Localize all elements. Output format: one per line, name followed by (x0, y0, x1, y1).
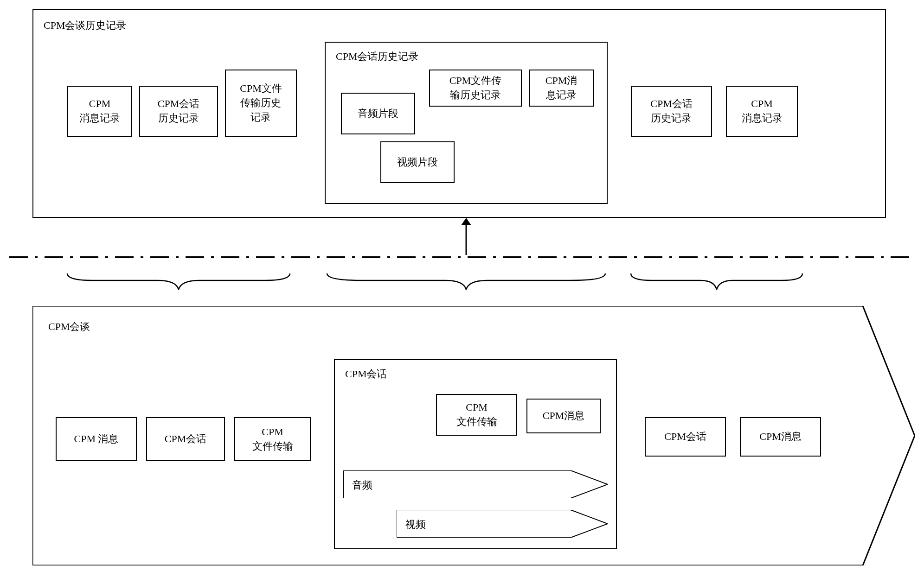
svg-marker-5 (397, 510, 608, 538)
bottom-mid-title: CPM会话 (343, 366, 389, 382)
top-left-session: CPM会话 历史记录 (139, 86, 218, 137)
bottom-outer-title: CPM会谈 (46, 319, 92, 335)
bottom-video-bar (397, 510, 608, 538)
top-right-msg: CPM 消息记录 (726, 86, 798, 137)
svg-marker-4 (343, 470, 608, 498)
brace-right (629, 271, 805, 292)
bottom-left-msg: CPM 消息 (56, 417, 137, 461)
bottom-mid-file: CPM 文件传输 (436, 394, 517, 436)
bottom-left-session: CPM会话 (146, 417, 225, 461)
svg-marker-1 (461, 218, 471, 225)
brace-left (65, 271, 292, 292)
top-mid-video: 视频片段 (380, 141, 455, 183)
bottom-audio-bar (343, 470, 608, 498)
bottom-audio-label: 音频 (350, 477, 374, 493)
dash-dot-divider (9, 255, 915, 260)
top-outer-title: CPM会谈历史记录 (42, 18, 128, 33)
top-mid-file: CPM文件传 输历史记录 (429, 70, 522, 107)
bottom-right-session: CPM会话 (645, 417, 726, 457)
top-left-msg: CPM 消息记录 (67, 86, 132, 137)
top-right-session: CPM会话 历史记录 (631, 86, 712, 137)
bottom-mid-msg: CPM消息 (526, 399, 601, 433)
top-mid-audio: 音频片段 (341, 93, 415, 134)
bottom-right-msg: CPM消息 (740, 417, 821, 457)
top-mid-title: CPM会话历史记录 (334, 49, 420, 64)
arrow-up-icon (459, 218, 473, 255)
top-left-file: CPM文件 传输历史 记录 (225, 70, 297, 137)
bottom-left-file: CPM 文件传输 (234, 417, 311, 461)
bottom-video-label: 视频 (404, 517, 428, 533)
top-mid-msg: CPM消 息记录 (529, 70, 594, 107)
brace-mid (325, 271, 608, 292)
